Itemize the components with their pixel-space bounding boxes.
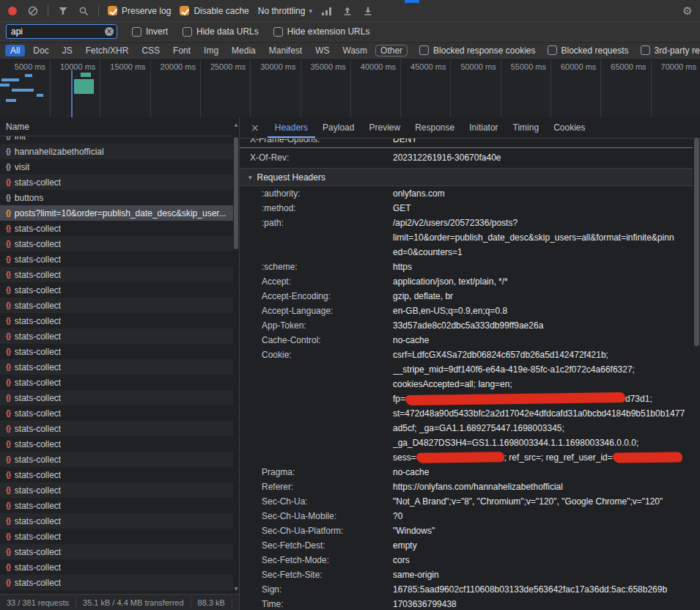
request-rows: {}init{}hannahelizabethofficial{}visit{}… (0, 136, 233, 594)
filter-chip-manifest[interactable]: Manifest (264, 45, 307, 56)
filter-chip-doc[interactable]: Doc (28, 45, 54, 56)
request-list-scrollbar[interactable]: ▲ ▼ (233, 117, 239, 594)
filter-chip-js[interactable]: JS (57, 45, 78, 56)
header-value: 1703636799438 (393, 597, 693, 610)
details-scrollbar[interactable] (693, 138, 700, 610)
request-row[interactable]: {}stats-collect (0, 236, 233, 251)
request-row[interactable]: {}stats-collect (0, 344, 233, 359)
preserve-log-checkbox[interactable]: Preserve log (108, 6, 171, 16)
request-name: stats-collect (15, 485, 61, 496)
request-row[interactable]: {}stats-collect (0, 298, 233, 313)
blocked-requests-checkbox[interactable]: Blocked requests (548, 45, 629, 56)
toolbar-divider (98, 5, 99, 17)
request-row[interactable]: {}stats-collect (0, 452, 233, 467)
export-har-icon[interactable] (362, 5, 374, 17)
search-icon[interactable] (78, 5, 89, 17)
settings-gear-icon[interactable]: ⚙ (682, 5, 693, 17)
request-name: stats-collect (15, 578, 61, 588)
header-row: Pragma:no-cache (240, 465, 693, 479)
header-name: Sec-Fetch-Dest: (262, 538, 393, 553)
json-file-icon: {} (6, 455, 10, 463)
json-file-icon: {} (6, 394, 10, 402)
header-value-line: st=472d48a90d5433bfc2a2d17042e4dfdcafd31… (393, 406, 693, 421)
scroll-up-icon[interactable]: ▲ (233, 122, 239, 127)
tab-cookies[interactable]: Cookies (546, 117, 592, 138)
request-row[interactable]: {}stats-collect (0, 390, 233, 405)
filter-chip-img[interactable]: Img (199, 45, 224, 56)
tab-payload[interactable]: Payload (315, 117, 361, 138)
request-row[interactable]: {}stats-collect (0, 174, 233, 190)
request-row[interactable]: {}visit (0, 159, 233, 174)
record-icon[interactable] (7, 5, 18, 17)
timeline-tick-label: 20000 ms (147, 62, 196, 71)
filter-chip-ws[interactable]: WS (310, 45, 334, 56)
network-conditions-icon[interactable] (321, 5, 333, 17)
request-row[interactable]: {}stats-collect (0, 513, 233, 529)
request-row[interactable]: {}stats-collect (0, 467, 233, 482)
scrollbar-thumb[interactable] (694, 138, 699, 346)
json-file-icon: {} (6, 440, 10, 448)
request-row[interactable]: {}stats-collect (0, 313, 233, 328)
request-row[interactable]: {}hannahelizabethofficial (0, 144, 233, 159)
filter-chip-media[interactable]: Media (226, 45, 261, 56)
filter-chip-css[interactable]: CSS (136, 45, 165, 56)
filter-chip-fetch-xhr[interactable]: Fetch/XHR (81, 45, 134, 56)
clear-filter-icon[interactable]: × (105, 27, 114, 36)
request-row[interactable]: {}stats-collect (0, 328, 233, 344)
column-header-name[interactable]: Name (0, 117, 233, 136)
request-row[interactable]: {}stats-collect (0, 267, 233, 282)
hide-data-urls-checkbox[interactable]: Hide data URLs (183, 26, 259, 37)
request-row[interactable]: {}stats-collect (0, 529, 233, 544)
json-file-icon: {} (6, 548, 10, 556)
request-row[interactable]: {}stats-collect (0, 359, 233, 375)
header-value-line: cookiesAccepted=all; lang=en; (393, 377, 693, 392)
header-name: Sign: (262, 582, 393, 597)
filter-chip-other[interactable]: Other (375, 45, 408, 56)
invert-checkbox[interactable]: Invert (132, 26, 168, 37)
hide-extension-urls-checkbox[interactable]: Hide extension URLs (273, 26, 370, 37)
filter-chip-wasm[interactable]: Wasm (338, 45, 373, 56)
request-row[interactable]: {}stats-collect (0, 375, 233, 390)
request-row[interactable]: {}stats-collect (0, 575, 233, 590)
filter-chip-all[interactable]: All (5, 45, 25, 56)
tab-preview[interactable]: Preview (361, 117, 408, 138)
scroll-down-icon[interactable]: ▼ (233, 586, 239, 591)
request-row[interactable]: {}buttons (0, 190, 233, 205)
request-row[interactable]: {}stats-collect (0, 436, 233, 452)
close-details-icon[interactable]: × (248, 122, 262, 133)
throttling-select[interactable]: No throttling ▾ (258, 6, 312, 16)
filter-funnel-icon[interactable] (57, 5, 69, 17)
tab-headers[interactable]: Headers (268, 117, 315, 138)
request-row[interactable]: {}stats-collect (0, 221, 233, 236)
header-name: :method: (262, 201, 393, 216)
network-overview-timeline[interactable]: 5000 ms10000 ms15000 ms20000 ms25000 ms3… (0, 59, 700, 118)
request-name: stats-collect (15, 470, 61, 480)
request-row[interactable]: {}stats-collect (0, 482, 233, 498)
request-name: stats-collect (15, 177, 61, 188)
request-row[interactable]: {}posts?limit=10&order=publish_date_desc… (0, 205, 233, 221)
request-row[interactable]: {}stats-collect (0, 498, 233, 513)
request-name: hannahelizabethofficial (15, 147, 104, 157)
import-har-icon[interactable] (342, 5, 353, 17)
request-row[interactable]: {}stats-collect (0, 405, 233, 421)
tab-initiator[interactable]: Initiator (462, 117, 505, 138)
request-row[interactable]: {}stats-collect (0, 251, 233, 267)
clear-network-log-icon[interactable] (27, 5, 39, 17)
tab-response[interactable]: Response (408, 117, 462, 138)
scrollbar-thumb[interactable] (234, 137, 238, 249)
hide-data-urls-label: Hide data URLs (196, 26, 259, 37)
network-filter-input[interactable] (6, 24, 117, 39)
request-row[interactable]: {}stats-collect (0, 544, 233, 559)
filter-chip-font[interactable]: Font (168, 45, 196, 56)
request-row[interactable]: {}stats-collect (0, 282, 233, 298)
header-name: Sec-Fetch-Mode: (262, 553, 393, 567)
request-row[interactable]: {}stats-collect (0, 421, 233, 436)
request-row[interactable]: {}stats-collect (0, 559, 233, 575)
request-row[interactable]: {}init (0, 136, 233, 144)
blocked-response-cookies-checkbox[interactable]: Blocked response cookies (419, 45, 535, 56)
disable-cache-checkbox[interactable]: Disable cache (180, 6, 248, 16)
header-row: Sec-Ch-Ua-Mobile:?0 (240, 509, 693, 523)
third-party-requests-checkbox[interactable]: 3rd-party requests (641, 45, 700, 56)
tab-timing[interactable]: Timing (506, 117, 547, 138)
request-headers-section-header[interactable]: ▾ Request Headers (240, 169, 693, 186)
